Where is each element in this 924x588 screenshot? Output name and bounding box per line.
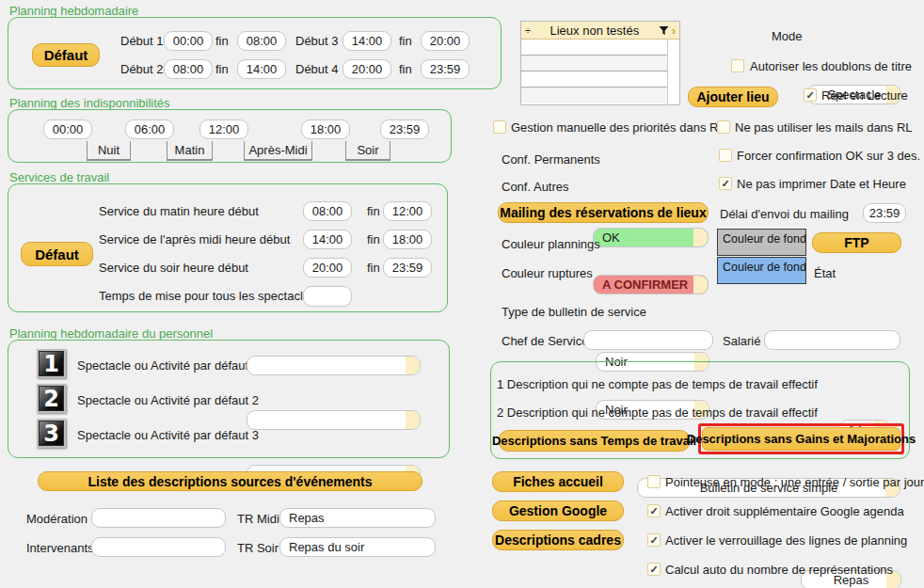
couleur-fond-ruptures-button[interactable]: Couleur de fond: [717, 257, 806, 284]
descriptions-sans-gains-button[interactable]: Descriptions sans Gains et Majorations: [702, 427, 900, 451]
filter-icon[interactable]: [659, 25, 669, 36]
reel-lecture-checkbox[interactable]: ✓: [804, 88, 817, 102]
gestion-manuelle-label: Gestion manuelle des priorités dans RL: [511, 120, 725, 135]
debut3-label: Début 3: [295, 34, 339, 48]
calcul-auto-checkbox[interactable]: ✓: [647, 563, 661, 576]
delai-mailing-field[interactable]: 23:59: [863, 203, 906, 223]
salarie-label: Salarié: [723, 334, 760, 348]
table-row[interactable]: [521, 87, 667, 103]
couleur-plannings-label: Couleur plannings: [502, 237, 600, 251]
indispo-time-2[interactable]: 06:00: [125, 119, 174, 139]
chevron-right-icon[interactable]: ›: [672, 24, 676, 38]
service-matin-fin-label: fin: [367, 204, 380, 218]
reel-lecture-label: Réel en Lecture: [821, 88, 908, 103]
pointeuse-checkbox[interactable]: [647, 475, 661, 488]
indispo-time-1[interactable]: 00:00: [43, 119, 92, 139]
service-matin-start-field[interactable]: 08:00: [303, 201, 352, 221]
pas-mails-checkbox[interactable]: [717, 120, 730, 134]
fin4-field[interactable]: 23:59: [421, 59, 470, 79]
chef-service-field[interactable]: [583, 330, 713, 350]
pointeuse-label: Pointeuse en mode : une entrée / sortie …: [665, 475, 924, 489]
drag-handle-icon[interactable]: ÷: [525, 25, 531, 35]
intervenants-field[interactable]: [91, 537, 226, 557]
service-matin-end-field[interactable]: 12:00: [383, 201, 432, 221]
conf-autres-field[interactable]: A CONFIRMER: [593, 275, 709, 294]
tr-midi-label: TR Midi: [237, 512, 279, 526]
period-label-apres-midi: Après-Midi: [244, 141, 312, 161]
conf-permanents-field[interactable]: OK: [593, 228, 709, 247]
fiches-accueil-button[interactable]: Fiches accueil: [492, 471, 624, 492]
service-apresmidi-end-field[interactable]: 18:00: [383, 230, 432, 249]
service-apresmidi-fin-label: fin: [367, 232, 380, 246]
debut4-field[interactable]: 20:00: [343, 59, 391, 79]
delai-mailing-label: Délai d'envoi du mailing: [720, 207, 849, 221]
service-soir-label: Service du soir heure début: [99, 261, 248, 275]
droit-google-checkbox[interactable]: ✓: [647, 504, 661, 517]
debut2-label: Début 2: [120, 62, 164, 76]
chef-service-label: Chef de Service: [502, 334, 589, 348]
pas-mails-label: Ne pas utiliser les mails dans RL: [735, 120, 913, 135]
fin3-field[interactable]: 20:00: [421, 31, 470, 51]
mailing-reservations-button[interactable]: Mailing des réservations de lieux: [498, 202, 709, 223]
gestion-google-button[interactable]: Gestion Google: [492, 501, 624, 521]
service-soir-end-field[interactable]: 23:59: [383, 258, 432, 278]
gestion-manuelle-checkbox[interactable]: [493, 120, 506, 134]
settings-window: Planning hebdomadaire Défaut Début 1 00:…: [0, 0, 924, 588]
lieux-table-body: [521, 40, 679, 104]
service-soir-start-field[interactable]: 20:00: [303, 258, 352, 278]
forcer-confirmation-checkbox[interactable]: [719, 149, 732, 162]
description2-label: 2 Description qui ne compte pas de temps…: [497, 405, 818, 420]
lieux-table[interactable]: ÷ Lieux non testés ›: [520, 21, 680, 105]
indispo-time-3[interactable]: 12:00: [199, 119, 248, 139]
tr-soir-label: TR Soir: [237, 541, 279, 555]
conf-permanents-label: Conf. Permanents: [502, 152, 600, 167]
descriptions-cadres-button[interactable]: Descriptions cadres: [492, 530, 624, 550]
couleur-fond-plannings-button[interactable]: Couleur de fond: [717, 229, 806, 256]
table-row[interactable]: [521, 56, 667, 72]
conf-autres-label: Conf. Autres: [502, 180, 569, 194]
salarie-field[interactable]: [764, 330, 900, 350]
defaut-services-button[interactable]: Défaut: [21, 242, 93, 266]
indispo-time-5[interactable]: 23:59: [380, 119, 429, 139]
temps-mise-field[interactable]: [303, 286, 352, 307]
debut1-label: Début 1: [120, 34, 164, 48]
pas-imprimer-checkbox[interactable]: ✓: [719, 177, 732, 190]
liste-descriptions-sources-button[interactable]: Liste des descriptions sources d'événeme…: [38, 471, 422, 491]
autoriser-doublons-checkbox[interactable]: [731, 59, 744, 72]
ajouter-lieu-button[interactable]: Ajouter lieu: [688, 87, 778, 107]
fin3-label: fin: [399, 34, 412, 48]
period-label-soir: Soir: [345, 141, 390, 161]
forcer-confirmation-label: Forcer confirmation OK sur 3 des.: [737, 149, 920, 163]
tr-soir-field[interactable]: Repas du soir: [279, 537, 436, 557]
debut2-field[interactable]: 08:00: [164, 59, 213, 79]
descriptions-sans-temps-button[interactable]: Descriptions sans Temps de travail: [499, 430, 690, 452]
temps-mise-label: Temps de mise pour tous les spectacles: [99, 289, 316, 303]
fin2-field[interactable]: 14:00: [237, 59, 286, 79]
ftp-button[interactable]: FTP: [812, 232, 901, 253]
service-apresmidi-start-field[interactable]: 14:00: [303, 230, 352, 249]
debut3-field[interactable]: 14:00: [343, 31, 391, 51]
defaut-planning-button[interactable]: Défaut: [32, 43, 100, 67]
section-title-personnel: Planning hebdomadaire du personnel: [9, 326, 213, 341]
table-scrollbar[interactable]: [667, 40, 679, 104]
description1-label: 1 Description qui ne compte pas de temps…: [497, 377, 818, 391]
droit-google-label: Activer droit supplémentaire Google agen…: [665, 504, 904, 518]
moderation-field[interactable]: [91, 508, 226, 528]
indispo-time-4[interactable]: 18:00: [301, 119, 350, 139]
table-row[interactable]: [521, 72, 667, 87]
verrouillage-checkbox[interactable]: ✓: [647, 533, 661, 547]
fin1-field[interactable]: 08:00: [237, 31, 286, 51]
defaut1-activite-field[interactable]: [247, 356, 421, 375]
table-row[interactable]: [521, 40, 667, 56]
tr-midi-field[interactable]: Repas: [279, 508, 436, 528]
service-soir-fin-label: fin: [367, 261, 380, 275]
debut1-field[interactable]: 00:00: [164, 31, 213, 51]
fin2-label: fin: [215, 62, 229, 76]
fin4-label: fin: [399, 62, 412, 76]
defaut2-activite-field[interactable]: [247, 410, 421, 430]
section-title-planning-hebdomadaire: Planning hebdomadaire: [9, 4, 138, 18]
intervenants-label: Intervenants: [26, 541, 94, 555]
fin1-label: fin: [215, 34, 229, 48]
service-apresmidi-label: Service de l'après midi heure début: [99, 232, 290, 246]
lieux-table-header[interactable]: ÷ Lieux non testés ›: [521, 22, 679, 40]
